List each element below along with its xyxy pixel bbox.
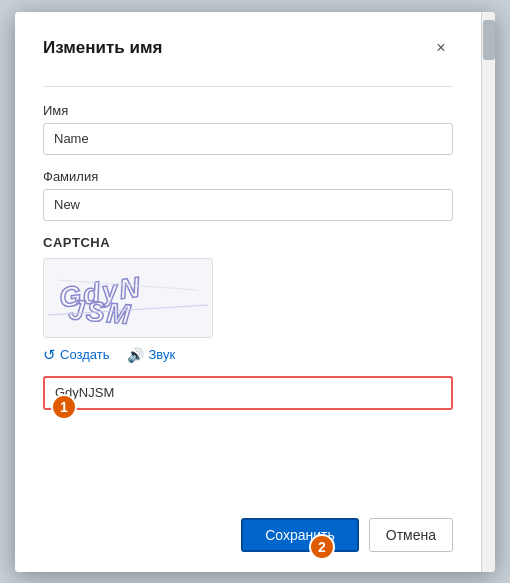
last-name-input[interactable]	[43, 189, 453, 221]
captcha-image: GdyN JSM	[43, 258, 213, 338]
change-name-dialog: Изменить имя × Имя Фамилия CAPTCHA GdyN …	[15, 12, 495, 572]
badge-2: 2	[309, 534, 335, 560]
scrollbar-thumb[interactable]	[483, 20, 495, 60]
captcha-sound-label: Звук	[148, 347, 175, 362]
captcha-svg: GdyN JSM	[48, 260, 208, 335]
captcha-label: CAPTCHA	[43, 235, 453, 250]
first-name-label: Имя	[43, 103, 453, 118]
header-divider	[43, 86, 453, 87]
captcha-input-wrapper: 1	[43, 376, 453, 410]
captcha-controls: ↺ Создать 🔊 Звук	[43, 346, 453, 364]
captcha-refresh-button[interactable]: ↺ Создать	[43, 346, 109, 364]
dialog-content: Изменить имя × Имя Фамилия CAPTCHA GdyN …	[15, 12, 481, 572]
cancel-button[interactable]: Отмена	[369, 518, 453, 552]
last-name-label: Фамилия	[43, 169, 453, 184]
close-button[interactable]: ×	[429, 36, 453, 60]
captcha-sound-button[interactable]: 🔊 Звук	[127, 347, 175, 363]
first-name-group: Имя	[43, 103, 453, 155]
scrollbar[interactable]	[481, 12, 495, 572]
dialog-footer: 2 Сохранить Отмена	[43, 508, 453, 552]
sound-icon: 🔊	[127, 347, 144, 363]
captcha-section: CAPTCHA GdyN JSM ↺ Создать	[43, 235, 453, 430]
dialog-title: Изменить имя	[43, 38, 162, 58]
save-button[interactable]: Сохранить	[241, 518, 359, 552]
last-name-group: Фамилия	[43, 169, 453, 221]
captcha-input[interactable]	[43, 376, 453, 410]
refresh-icon: ↺	[43, 346, 56, 364]
badge-1: 1	[51, 394, 77, 420]
first-name-input[interactable]	[43, 123, 453, 155]
captcha-create-label: Создать	[60, 347, 109, 362]
dialog-header: Изменить имя ×	[43, 36, 453, 60]
